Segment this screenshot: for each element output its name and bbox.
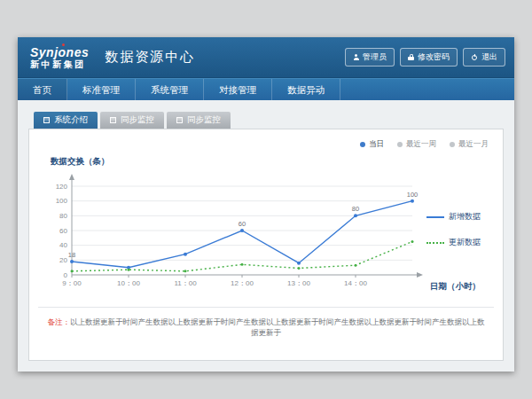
content-area: 系统介绍 同步监控 同步监控 当日 最近一周 bbox=[18, 100, 514, 372]
page-title: 数据资源中心 bbox=[105, 49, 195, 66]
line-sample-icon bbox=[426, 216, 444, 218]
legend-update-data[interactable]: 更新数据 bbox=[426, 237, 497, 248]
svg-text:14：00: 14：00 bbox=[344, 279, 367, 287]
svg-text:60: 60 bbox=[59, 227, 67, 235]
footnote-text: 以上数据更新于时间产生数据以上数据更新于时间产生数据以上数据更新于时间产生数据以… bbox=[70, 317, 485, 337]
svg-text:40: 40 bbox=[59, 241, 67, 249]
filter-last-month[interactable]: 最近一月 bbox=[450, 139, 489, 150]
main-nav: 首页 标准管理 系统管理 对接管理 数据异动 bbox=[18, 78, 514, 101]
tab-system-intro[interactable]: 系统介绍 bbox=[34, 112, 98, 129]
tab-system-intro-label: 系统介绍 bbox=[54, 114, 88, 126]
filter-last-month-label: 最近一月 bbox=[458, 139, 489, 150]
legend-new-data[interactable]: 新增数据 bbox=[426, 211, 497, 223]
logout-label: 退出 bbox=[481, 51, 497, 63]
svg-text:18: 18 bbox=[68, 251, 75, 259]
line-sample-icon bbox=[426, 242, 444, 244]
tab-sync-monitor-1-label: 同步监控 bbox=[121, 114, 154, 126]
app-window: Synjones 新中新集团 数据资源中心 管理员 修改密码 退出 首页 标准管… bbox=[18, 37, 514, 372]
svg-text:20: 20 bbox=[59, 256, 67, 264]
svg-text:100: 100 bbox=[56, 197, 68, 205]
x-axis-title: 日期（小时） bbox=[430, 281, 481, 293]
svg-text:60: 60 bbox=[239, 220, 246, 228]
header-actions: 管理员 修改密码 退出 bbox=[345, 48, 505, 66]
power-icon bbox=[471, 54, 478, 61]
svg-text:80: 80 bbox=[59, 212, 67, 220]
legend-dot-icon bbox=[397, 142, 403, 147]
svg-text:12：00: 12：00 bbox=[231, 279, 254, 287]
legend-dot-icon bbox=[360, 142, 365, 147]
svg-text:80: 80 bbox=[352, 205, 359, 213]
svg-text:9：00: 9：00 bbox=[62, 279, 82, 287]
tab-sync-monitor-1[interactable]: 同步监控 bbox=[100, 112, 164, 129]
company-logo: Synjones 新中新集团 bbox=[30, 45, 89, 70]
tab-grid-icon bbox=[43, 117, 50, 123]
footnote: 备注：以上数据更新于时间产生数据以上数据更新于时间产生数据以上数据更新于时间产生… bbox=[47, 317, 485, 339]
svg-text:0: 0 bbox=[64, 271, 68, 279]
svg-text:11：00: 11：00 bbox=[174, 279, 197, 287]
logo-red-dot-icon bbox=[62, 43, 65, 46]
divider bbox=[38, 307, 494, 308]
line-chart: 0204060801001209：0010：0011：0012：0013：001… bbox=[45, 170, 426, 294]
change-password-button[interactable]: 修改密码 bbox=[400, 48, 458, 66]
nav-item-standard-management[interactable]: 标准管理 bbox=[67, 79, 136, 101]
filter-last-week[interactable]: 最近一周 bbox=[397, 139, 436, 150]
admin-button-label: 管理员 bbox=[363, 51, 387, 63]
tab-grid-icon bbox=[110, 117, 116, 123]
filter-last-week-label: 最近一周 bbox=[406, 139, 436, 150]
nav-item-home[interactable]: 首页 bbox=[18, 79, 67, 101]
svg-text:120: 120 bbox=[56, 183, 68, 191]
logo-text-en: Synjones bbox=[30, 45, 89, 59]
nav-item-system-management[interactable]: 系统管理 bbox=[136, 79, 204, 101]
admin-button[interactable]: 管理员 bbox=[345, 48, 395, 66]
tab-sync-monitor-2[interactable]: 同步监控 bbox=[167, 112, 231, 129]
legend-dot-icon bbox=[450, 142, 455, 147]
series-legend: 新增数据 更新数据 bbox=[426, 211, 497, 248]
svg-text:13：00: 13：00 bbox=[287, 279, 310, 287]
logo-text-cn: 新中新集团 bbox=[30, 59, 89, 70]
change-password-label: 修改密码 bbox=[418, 51, 450, 63]
nav-item-data-change[interactable]: 数据异动 bbox=[272, 79, 340, 101]
time-filter-legend: 当日 最近一周 最近一月 bbox=[360, 139, 489, 150]
legend-update-data-label: 更新数据 bbox=[449, 237, 481, 248]
filter-today[interactable]: 当日 bbox=[360, 139, 384, 150]
tab-grid-icon bbox=[176, 117, 183, 123]
legend-new-data-label: 新增数据 bbox=[449, 211, 481, 223]
chart-panel: 当日 最近一周 最近一月 数据交换（条） 0204060801001209：00… bbox=[28, 129, 504, 361]
user-icon bbox=[353, 54, 359, 60]
svg-text:10：00: 10：00 bbox=[117, 279, 140, 287]
filter-today-label: 当日 bbox=[369, 139, 384, 150]
footnote-label: 备注： bbox=[48, 317, 71, 326]
tab-bar: 系统介绍 同步监控 同步监控 bbox=[28, 112, 504, 129]
lock-icon bbox=[408, 54, 414, 60]
app-header: Synjones 新中新集团 数据资源中心 管理员 修改密码 退出 bbox=[18, 37, 514, 78]
y-axis-title: 数据交换（条） bbox=[51, 156, 110, 168]
tab-sync-monitor-2-label: 同步监控 bbox=[187, 114, 221, 126]
svg-text:100: 100 bbox=[407, 191, 419, 199]
logout-button[interactable]: 退出 bbox=[463, 48, 505, 66]
nav-item-interface-management[interactable]: 对接管理 bbox=[204, 79, 272, 101]
